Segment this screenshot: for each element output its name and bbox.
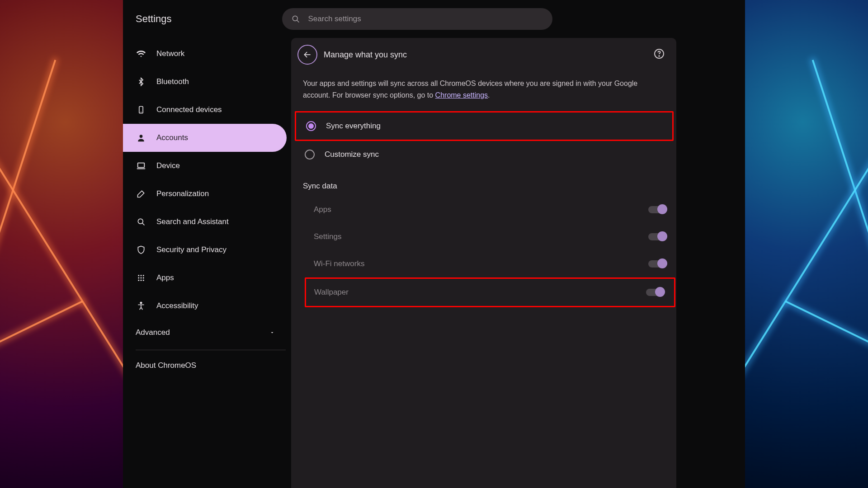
sidebar-item-connected-devices[interactable]: Connected devices [123, 96, 287, 124]
toggle-apps[interactable] [648, 206, 666, 213]
sidebar-item-label: Connected devices [156, 105, 222, 114]
help-icon [654, 48, 666, 59]
svg-point-16 [141, 280, 142, 281]
sidebar: Network Bluetooth Connected devices Acco… [123, 38, 291, 488]
toggle-row-apps: Apps [291, 196, 676, 223]
laptop-icon [136, 160, 146, 171]
sidebar-item-label: Bluetooth [156, 77, 189, 86]
sidebar-item-accessibility[interactable]: Accessibility [123, 292, 287, 320]
svg-point-7 [138, 219, 143, 224]
svg-point-11 [143, 275, 144, 276]
main-header: Manage what you sync [291, 38, 676, 71]
svg-point-18 [140, 302, 142, 304]
toggle-label: Wallpaper [314, 288, 349, 297]
main-panel: Manage what you sync Your apps and setti… [291, 38, 676, 488]
search-icon [291, 14, 300, 23]
svg-point-4 [140, 135, 143, 138]
toggle-label: Apps [314, 205, 331, 214]
radio-icon [305, 150, 315, 160]
svg-point-15 [138, 280, 139, 281]
sidebar-item-label: Device [156, 161, 180, 170]
sidebar-item-bluetooth[interactable]: Bluetooth [123, 68, 287, 96]
toggle-settings[interactable] [648, 233, 666, 240]
sidebar-item-search-assistant[interactable]: Search and Assistant [123, 208, 287, 236]
radio-label: Customize sync [325, 150, 379, 159]
sidebar-item-label: Security and Privacy [156, 245, 226, 254]
sidebar-item-label: Network [156, 49, 184, 58]
sidebar-divider [136, 350, 286, 350]
sidebar-item-device[interactable]: Device [123, 152, 287, 180]
toggle-label: Settings [314, 232, 341, 241]
sync-data-section-title: Sync data [291, 168, 676, 196]
person-icon [136, 132, 146, 143]
svg-point-21 [659, 56, 660, 56]
toggle-label: Wi-Fi networks [314, 259, 364, 268]
search-icon [136, 216, 146, 227]
sidebar-about[interactable]: About ChromeOS [123, 353, 291, 370]
svg-point-14 [143, 277, 144, 279]
sync-description: Your apps and settings will sync across … [291, 71, 676, 111]
sidebar-item-accounts[interactable]: Accounts [123, 124, 287, 152]
sidebar-item-label: Personalization [156, 189, 209, 198]
sidebar-item-personalization[interactable]: Personalization [123, 180, 287, 208]
brush-icon [136, 188, 146, 199]
sidebar-item-network[interactable]: Network [123, 40, 287, 68]
about-label: About ChromeOS [136, 361, 196, 370]
radio-label: Sync everything [326, 122, 381, 131]
sidebar-item-label: Accessibility [156, 301, 198, 310]
help-button[interactable] [654, 48, 666, 61]
svg-rect-5 [138, 163, 145, 168]
sidebar-item-label: Accounts [156, 133, 188, 142]
toggle-row-wifi: Wi-Fi networks [291, 250, 676, 277]
highlight-sync-everything: Sync everything [295, 111, 674, 141]
svg-point-17 [143, 280, 144, 281]
svg-point-10 [141, 275, 142, 276]
chevron-down-icon [269, 330, 275, 335]
devices-icon [136, 104, 146, 115]
search-field[interactable] [282, 8, 552, 30]
svg-point-0 [292, 16, 297, 21]
wifi-icon [136, 48, 146, 59]
accessibility-icon [136, 300, 146, 311]
chrome-settings-link[interactable]: Chrome settings [435, 91, 488, 99]
svg-point-12 [138, 277, 139, 279]
sidebar-item-label: Apps [156, 273, 174, 282]
top-bar: Settings [123, 0, 745, 38]
toggle-row-settings: Settings [291, 223, 676, 250]
sidebar-item-label: Search and Assistant [156, 217, 229, 226]
radio-customize-sync[interactable]: Customize sync [295, 141, 673, 168]
grid-icon [136, 272, 146, 283]
search-input[interactable] [308, 14, 543, 23]
sidebar-item-apps[interactable]: Apps [123, 264, 287, 292]
advanced-label: Advanced [136, 328, 170, 337]
svg-point-9 [138, 275, 139, 276]
app-title: Settings [136, 13, 172, 25]
toggle-wifi[interactable] [648, 260, 666, 267]
highlight-wallpaper: Wallpaper [305, 277, 675, 307]
shield-icon [136, 244, 146, 255]
sidebar-item-security[interactable]: Security and Privacy [123, 236, 287, 264]
bluetooth-icon [136, 76, 146, 87]
settings-window: Settings Network Bluetooth [123, 0, 745, 488]
svg-line-8 [142, 223, 145, 225]
back-button[interactable] [297, 45, 317, 65]
radio-icon [306, 121, 316, 131]
sidebar-advanced-toggle[interactable]: Advanced [123, 320, 291, 345]
svg-line-1 [297, 20, 299, 23]
svg-point-13 [141, 277, 142, 279]
radio-sync-everything[interactable]: Sync everything [296, 113, 672, 140]
arrow-left-icon [303, 50, 312, 59]
toggle-wallpaper[interactable] [646, 289, 664, 296]
page-title: Manage what you sync [324, 50, 654, 60]
toggle-row-wallpaper: Wallpaper [306, 279, 674, 306]
